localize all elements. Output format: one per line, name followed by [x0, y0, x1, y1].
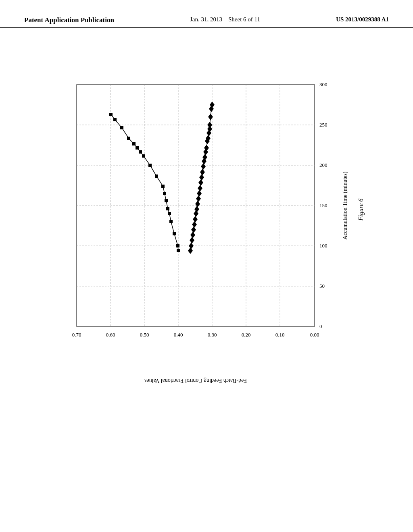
data-point-square	[120, 126, 123, 129]
svg-text:150: 150	[319, 202, 327, 208]
data-point-square	[148, 164, 152, 167]
svg-text:Accumulation Time (minutes): Accumulation Time (minutes)	[342, 171, 348, 239]
data-point-square	[109, 113, 113, 116]
svg-text:300: 300	[319, 81, 327, 87]
data-point-square	[165, 199, 168, 202]
chart: 0.70 0.60 0.50 0.40 0.30 0.20 0.10 0.00 …	[24, 77, 375, 399]
svg-text:0.10: 0.10	[275, 332, 285, 338]
data-point-square	[176, 244, 179, 247]
data-point-square	[132, 142, 136, 145]
header-date-sheet: Jan. 31, 2013 Sheet 6 of 11	[190, 16, 260, 23]
svg-text:0.50: 0.50	[140, 332, 149, 338]
page: Patent Application Publication Jan. 31, …	[0, 0, 413, 532]
sheet-info: Sheet 6 of 11	[228, 16, 260, 23]
svg-text:Fed-Batch Feeding Control Frac: Fed-Batch Feeding Control Fractional Val…	[144, 378, 247, 384]
data-point-square	[136, 146, 139, 150]
svg-text:50: 50	[319, 283, 325, 289]
data-point-square	[155, 175, 158, 178]
svg-text:0: 0	[319, 323, 322, 329]
data-point-square	[163, 192, 166, 195]
data-point-square	[139, 150, 142, 154]
data-point-square	[173, 232, 176, 235]
svg-text:0.30: 0.30	[208, 332, 217, 338]
data-point-square	[168, 212, 171, 215]
svg-text:100: 100	[319, 243, 327, 249]
header: Patent Application Publication Jan. 31, …	[0, 0, 413, 28]
data-point-square	[169, 220, 173, 223]
svg-text:0.70: 0.70	[72, 332, 81, 338]
data-point-square	[127, 137, 130, 140]
svg-text:200: 200	[319, 162, 327, 168]
data-point-square	[177, 249, 180, 252]
data-point-square	[142, 154, 145, 158]
svg-text:0.00: 0.00	[310, 332, 319, 338]
figure-label: Figure 6	[357, 199, 365, 221]
data-point-square	[113, 118, 117, 121]
publication-date: Jan. 31, 2013	[190, 16, 222, 23]
data-point-square	[166, 207, 169, 210]
svg-text:0.40: 0.40	[174, 332, 183, 338]
svg-text:0.60: 0.60	[106, 332, 115, 338]
svg-text:250: 250	[319, 122, 327, 128]
patent-number: US 2013/0029388 A1	[336, 16, 389, 23]
svg-text:0.20: 0.20	[242, 332, 251, 338]
publication-title: Patent Application Publication	[24, 16, 114, 24]
data-point-square	[161, 185, 165, 188]
